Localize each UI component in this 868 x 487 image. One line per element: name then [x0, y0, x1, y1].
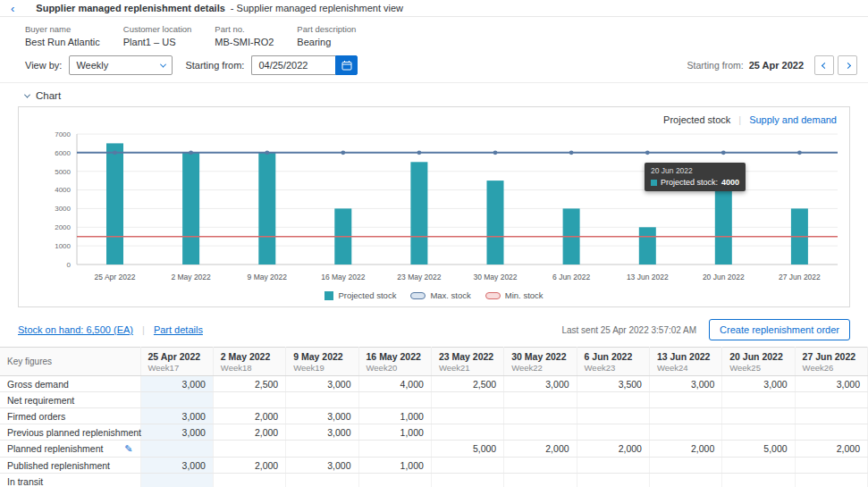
tab-projected-stock[interactable]: Projected stock [663, 114, 730, 125]
table-cell: 2,000 [577, 441, 649, 458]
svg-text:5000: 5000 [55, 168, 71, 176]
table-col-header: 30 May 2022Week22 [504, 348, 577, 376]
stock-on-hand-link[interactable]: Stock on hand: 6,500 (EA) [18, 324, 133, 335]
table-col-header: 16 May 2022Week20 [358, 348, 431, 376]
svg-text:13 Jun 2022: 13 Jun 2022 [627, 273, 669, 281]
table-cell [649, 424, 721, 441]
buyer-name-field: Buyer name Best Run Atlantic [25, 24, 100, 47]
row-label: Net requirement [0, 392, 140, 408]
table-cell: 3,000 [795, 376, 867, 392]
next-period-button[interactable] [838, 55, 857, 75]
table-cell [358, 392, 431, 408]
table-cell [577, 458, 649, 474]
legend-min-stock: Min. stock [485, 290, 544, 300]
table-col-header: 2 May 2022Week18 [213, 348, 285, 376]
table-cell [722, 424, 795, 441]
table-cell [504, 408, 577, 424]
table-row: Gross demand3,0002,5003,0004,0002,5003,0… [0, 376, 868, 392]
table-cell [431, 408, 503, 424]
table-cell: 3,000 [140, 458, 213, 474]
previous-period-button[interactable] [814, 55, 834, 75]
table-cell: 3,000 [286, 458, 358, 474]
max-line-swatch-icon [410, 292, 426, 299]
table-cell: 1,000 [358, 424, 431, 441]
create-replenishment-order-button[interactable]: Create replenishment order [709, 319, 850, 340]
table-cell: 3,500 [577, 376, 649, 392]
chart-legend: Projected stock Max. stock Min. stock [19, 290, 849, 306]
table-cell [577, 408, 649, 424]
svg-text:7000: 7000 [55, 130, 71, 139]
table-cell: 2,000 [213, 408, 285, 424]
svg-text:27 Jun 2022: 27 Jun 2022 [779, 273, 821, 281]
page-title-sub: - Supplier managed replenishment view [231, 3, 403, 13]
row-label: Previous planned replenishment [0, 424, 140, 441]
svg-text:2 May 2022: 2 May 2022 [171, 273, 211, 281]
bar-swatch-icon [324, 291, 333, 300]
projected-stock-chart[interactable]: 0100020003000400050006000700025 Apr 2022… [19, 127, 848, 288]
table-cell [358, 474, 431, 487]
right-starting-from-label: Starting from: [687, 60, 744, 71]
table-cell: 2,000 [213, 458, 285, 474]
table-cell: 1,000 [358, 408, 431, 424]
customer-location-value: Plant1 – US [123, 37, 192, 47]
collapse-chevron-icon [24, 91, 30, 97]
table-cell [722, 458, 795, 474]
table-cell [286, 441, 358, 458]
table-cell: 1,000 [358, 458, 431, 474]
table-cell: 5,000 [431, 441, 503, 458]
tooltip-series-swatch [651, 180, 657, 186]
table-cell: 2,500 [213, 376, 285, 392]
table-cell: 2,000 [504, 441, 577, 458]
filter-bar: View by: Weekly Starting from: Starting … [0, 54, 868, 83]
back-icon[interactable]: ‹ [11, 3, 14, 14]
table-row: Net requirement [0, 392, 868, 408]
table-cell [795, 458, 867, 474]
table-cell: 2,000 [795, 441, 867, 458]
last-sent-text: Last sent 25 Apr 2022 3:57:02 AM [561, 325, 696, 335]
table-cell [213, 474, 285, 487]
page-title: Supplier managed replenishment details- … [36, 3, 403, 13]
table-cell: 5,000 [722, 441, 795, 458]
table-cell [140, 441, 213, 458]
calendar-button[interactable] [335, 55, 358, 75]
table-cell: 3,000 [286, 376, 358, 392]
svg-text:30 May 2022: 30 May 2022 [473, 273, 517, 281]
table-col-header: 25 Apr 2022Week17 [140, 348, 213, 376]
chevron-down-icon [160, 61, 166, 67]
part-details-link[interactable]: Part details [154, 324, 203, 335]
customer-location-field: Customer location Plant1 – US [123, 24, 192, 47]
table-cell [577, 392, 649, 408]
table-cell [431, 458, 503, 474]
table-cell [140, 474, 213, 487]
part-no-label: Part no. [215, 24, 274, 34]
edit-icon[interactable]: ✎ [124, 443, 132, 455]
chart-panel-header[interactable]: Chart [18, 88, 850, 106]
table-cell [504, 458, 577, 474]
table-cell: 3,000 [140, 376, 213, 392]
row-label: Firmed orders [0, 408, 140, 424]
table-cell [431, 474, 503, 487]
calendar-icon [341, 60, 352, 71]
header-info: Buyer name Best Run Atlantic Customer lo… [0, 17, 868, 54]
svg-text:20 Jun 2022: 20 Jun 2022 [703, 273, 745, 281]
chart-panel-title: Chart [36, 90, 61, 101]
legend-projected-stock: Projected stock [324, 290, 396, 300]
table-cell [286, 392, 358, 408]
chevron-right-icon [844, 62, 850, 68]
view-by-select[interactable]: Weekly [69, 55, 173, 75]
table-cell [795, 424, 867, 441]
table-cell [577, 474, 649, 487]
row-label: Gross demand [0, 376, 140, 392]
part-no-field: Part no. MB-SMI-RO2 [215, 24, 274, 47]
tab-supply-and-demand[interactable]: Supply and demand [749, 114, 837, 125]
key-figures-table: Key figures25 Apr 2022Week172 May 2022We… [0, 347, 868, 487]
part-no-value: MB-SMI-RO2 [215, 37, 274, 47]
starting-from-date-input[interactable] [251, 55, 335, 75]
table-cell: 4,000 [358, 376, 431, 392]
table-cell [431, 424, 503, 441]
buyer-name-label: Buyer name [25, 24, 100, 34]
svg-text:4000: 4000 [55, 186, 71, 194]
table-cell [795, 392, 867, 408]
tooltip-label: Projected stock: [661, 178, 718, 187]
svg-text:16 May 2022: 16 May 2022 [321, 273, 365, 281]
